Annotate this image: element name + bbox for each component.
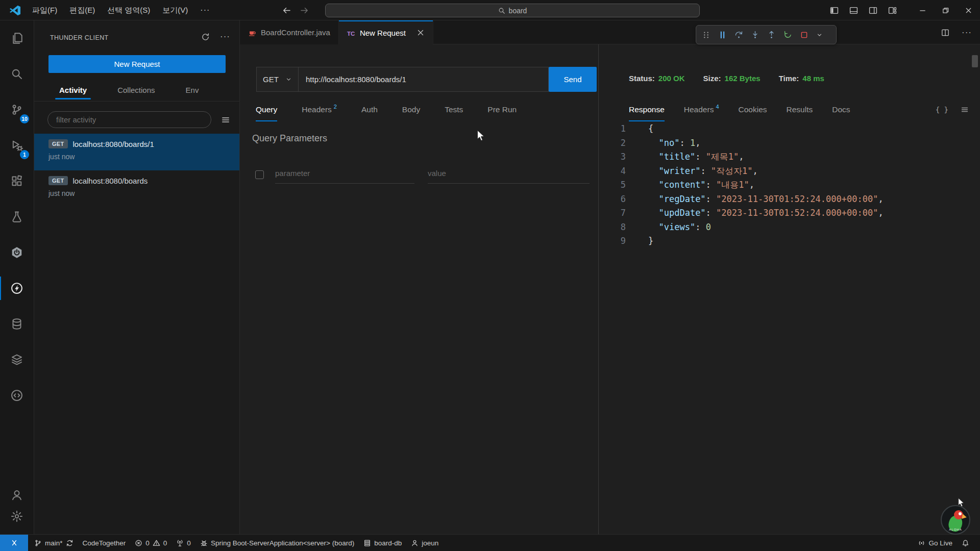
restore-button[interactable]: [934, 0, 957, 20]
request-tab-headers[interactable]: Headers2: [302, 99, 337, 122]
sidebar-tab-env[interactable]: Env: [186, 80, 199, 100]
status-item-database-connection[interactable]: board-db: [359, 535, 406, 551]
request-tab-pre-run[interactable]: Pre Run: [487, 99, 517, 122]
editor-tab-boardcontroller-java[interactable]: BoardController.java: [240, 20, 339, 44]
status-item-ports[interactable]: 0: [172, 535, 195, 551]
token: "내용1": [716, 180, 749, 190]
request-url-input[interactable]: [299, 67, 548, 91]
menu-selection[interactable]: 선택 영역(S): [101, 3, 156, 17]
status-item-codetogether[interactable]: CodeTogether: [78, 535, 131, 551]
menu-view[interactable]: 보기(V): [156, 3, 194, 17]
status-item-spring-boot-app[interactable]: Spring Boot-ServerApplication<server> (b…: [195, 535, 359, 551]
activity-item-test-flask[interactable]: [0, 199, 34, 235]
response-tab-headers[interactable]: Headers4: [684, 99, 719, 122]
request-url: localhost:8080/boards/1: [73, 140, 154, 148]
request-tab-tests[interactable]: Tests: [445, 99, 463, 122]
response-body[interactable]: 1{2 "no": 1,3 "title": "제목1",4 "writer":…: [599, 122, 973, 248]
close-window-button[interactable]: [957, 0, 980, 20]
tab-label: Response: [629, 105, 665, 114]
customize-layout-icon[interactable]: [888, 6, 897, 15]
request-tab-query[interactable]: Query: [256, 99, 277, 122]
activity-item-extensions[interactable]: [0, 163, 34, 199]
pause-icon[interactable]: [718, 31, 727, 39]
value-input[interactable]: [428, 169, 590, 178]
status-item-remote-indicator[interactable]: [0, 535, 28, 551]
refresh-icon[interactable]: [201, 33, 210, 41]
token: ,: [695, 138, 700, 148]
source-control-icon: [11, 104, 23, 116]
response-tab-cookies[interactable]: Cookies: [739, 99, 767, 122]
activity-item-spring-boot[interactable]: [0, 235, 34, 270]
activity-item-database[interactable]: [0, 306, 34, 342]
stop-icon[interactable]: [800, 31, 808, 39]
activity-bar-bottom: [0, 484, 34, 534]
activity-menu-icon[interactable]: [221, 115, 230, 124]
parameter-checkbox[interactable]: [255, 170, 264, 179]
token: ,: [878, 208, 883, 218]
activity-item-source-control[interactable]: 10: [0, 92, 34, 128]
sidebar-tab-collections[interactable]: Collections: [117, 80, 155, 100]
warning-icon: [153, 539, 160, 547]
new-request-button[interactable]: New Request: [48, 55, 226, 73]
step-over-icon[interactable]: [734, 31, 743, 39]
scrollbar-thumb[interactable]: [972, 55, 978, 67]
step-out-icon[interactable]: [767, 31, 776, 39]
restart-icon[interactable]: [783, 31, 792, 39]
back-arrow-icon[interactable]: [282, 6, 291, 15]
request-tab-auth[interactable]: Auth: [361, 99, 378, 122]
line-wrap-icon[interactable]: [961, 106, 969, 114]
format-json-icon[interactable]: { }: [936, 106, 948, 114]
response-tab-response[interactable]: Response: [629, 99, 665, 122]
status-item-go-live[interactable]: Go Live: [913, 535, 957, 551]
minimize-button[interactable]: [911, 0, 934, 20]
toggle-panel-icon[interactable]: [849, 6, 858, 15]
method-badge: GET: [48, 176, 68, 185]
activity-item-files[interactable]: [0, 20, 34, 56]
forward-arrow-icon[interactable]: [300, 6, 309, 15]
chevron-down-icon[interactable]: [816, 31, 823, 39]
status-item-problems[interactable]: 00: [130, 535, 172, 551]
activity-request-item[interactable]: GETlocalhost:8080/boardsjust now: [34, 170, 239, 207]
more-actions-icon[interactable]: ···: [220, 32, 230, 42]
step-into-icon[interactable]: [751, 31, 760, 39]
menu-edit[interactable]: 편집(E): [63, 3, 101, 17]
status-item-db-user[interactable]: joeun: [406, 535, 443, 551]
response-tab-docs[interactable]: Docs: [832, 99, 850, 122]
method-dropdown[interactable]: GET: [257, 67, 299, 91]
menu-more-icon[interactable]: ···: [194, 6, 216, 15]
status-item-notifications[interactable]: [957, 535, 974, 551]
activity-item-code-circle[interactable]: [0, 378, 34, 413]
status-item-git-branch[interactable]: main*: [30, 535, 78, 551]
line-number: 3: [599, 150, 626, 164]
filter-activity-input[interactable]: [47, 111, 211, 128]
request-tab-body[interactable]: Body: [402, 99, 420, 122]
sidebar-tab-activity[interactable]: Activity: [59, 80, 87, 100]
activity-item-settings-gear[interactable]: [0, 506, 34, 527]
editor-tab-new-request[interactable]: TCNew Request: [339, 20, 433, 45]
activity-item-search[interactable]: [0, 56, 34, 92]
activity-item-thunder-client[interactable]: [0, 270, 34, 306]
command-center-search[interactable]: board: [325, 4, 700, 17]
editor-more-icon[interactable]: ···: [962, 28, 972, 38]
close-tab-icon[interactable]: [416, 29, 425, 37]
token: "updDate": [658, 208, 705, 218]
toggle-sidebar-icon[interactable]: [830, 6, 839, 15]
toggle-secondary-sidebar-icon[interactable]: [869, 6, 877, 15]
send-button[interactable]: Send: [549, 67, 597, 92]
token: :: [679, 138, 690, 148]
tab-count-badge: 2: [334, 104, 337, 110]
parameter-input[interactable]: [275, 169, 414, 178]
tab-label: Query: [256, 105, 277, 114]
menu-file[interactable]: 파일(F): [26, 3, 63, 17]
activity-item-layers[interactable]: [0, 342, 34, 378]
test-flask-icon: [11, 211, 23, 223]
token: "2023-11-30T01:52:24.000+00:00": [716, 194, 878, 204]
token: "no": [658, 138, 679, 148]
activity-request-item[interactable]: GETlocalhost:8080/boards/1just now: [34, 134, 239, 170]
activity-item-run-debug[interactable]: 1: [0, 128, 34, 163]
badge: 10: [20, 114, 29, 123]
response-tab-results[interactable]: Results: [787, 99, 813, 122]
split-editor-icon[interactable]: [941, 29, 949, 37]
code-line: 9}: [599, 234, 973, 248]
activity-item-account[interactable]: [0, 484, 34, 506]
